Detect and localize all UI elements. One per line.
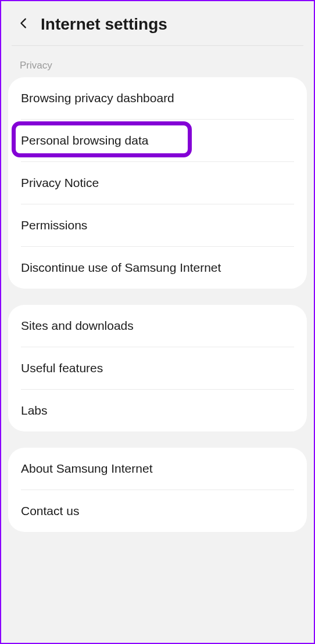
- item-label: Useful features: [21, 361, 103, 375]
- section-label-privacy: Privacy: [1, 46, 314, 77]
- settings-item-useful-features[interactable]: Useful features: [8, 347, 307, 389]
- settings-item-about[interactable]: About Samsung Internet: [8, 448, 307, 490]
- settings-item-sites-downloads[interactable]: Sites and downloads: [8, 305, 307, 347]
- settings-item-discontinue[interactable]: Discontinue use of Samsung Internet: [8, 247, 307, 289]
- page-title: Internet settings: [41, 15, 167, 34]
- settings-item-privacy-notice[interactable]: Privacy Notice: [8, 162, 307, 204]
- item-label: Discontinue use of Samsung Internet: [21, 261, 221, 274]
- settings-item-labs[interactable]: Labs: [8, 390, 307, 431]
- settings-item-permissions[interactable]: Permissions: [8, 204, 307, 246]
- back-icon[interactable]: [17, 15, 30, 34]
- settings-item-personal-browsing-data[interactable]: Personal browsing data: [8, 120, 307, 161]
- item-label: Privacy Notice: [21, 176, 99, 189]
- item-label: Permissions: [21, 218, 87, 232]
- settings-item-contact-us[interactable]: Contact us: [8, 490, 307, 532]
- settings-item-browsing-privacy-dashboard[interactable]: Browsing privacy dashboard: [8, 77, 307, 119]
- item-label: Labs: [21, 404, 48, 417]
- settings-group-privacy: Browsing privacy dashboard Personal brow…: [8, 77, 307, 289]
- item-label: Contact us: [21, 504, 79, 517]
- highlight-wrapper: Personal browsing data: [8, 120, 307, 161]
- settings-group-3: About Samsung Internet Contact us: [8, 448, 307, 532]
- header: Internet settings: [1, 1, 314, 45]
- item-label: Sites and downloads: [21, 319, 134, 332]
- item-label: About Samsung Internet: [21, 462, 152, 475]
- item-label: Personal browsing data: [21, 134, 148, 147]
- settings-group-2: Sites and downloads Useful features Labs: [8, 305, 307, 431]
- item-label: Browsing privacy dashboard: [21, 91, 174, 105]
